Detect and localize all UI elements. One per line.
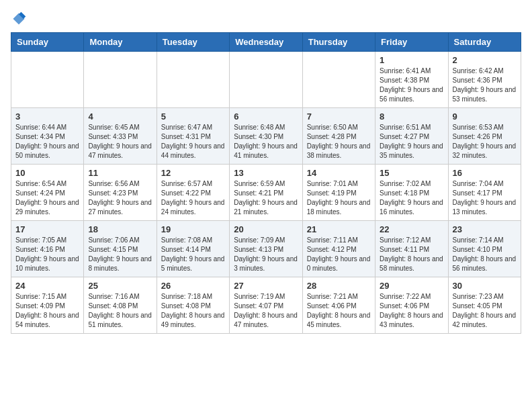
calendar-cell: 12Sunrise: 6:57 AM Sunset: 4:22 PM Dayli… [157,165,229,221]
day-info: Sunrise: 7:22 AM Sunset: 4:06 PM Dayligh… [380,292,443,330]
calendar-cell: 19Sunrise: 7:08 AM Sunset: 4:14 PM Dayli… [157,221,229,277]
day-info: Sunrise: 6:41 AM Sunset: 4:38 PM Dayligh… [380,66,443,104]
calendar-cell: 2Sunrise: 6:42 AM Sunset: 4:36 PM Daylig… [448,52,521,108]
day-info: Sunrise: 6:42 AM Sunset: 4:36 PM Dayligh… [453,66,517,104]
day-number: 2 [453,55,517,65]
day-info: Sunrise: 7:06 AM Sunset: 4:15 PM Dayligh… [88,236,152,273]
calendar-cell: 4Sunrise: 6:45 AM Sunset: 4:33 PM Daylig… [84,108,157,165]
calendar-cell: 23Sunrise: 7:14 AM Sunset: 4:10 PM Dayli… [448,221,521,277]
day-number: 9 [453,111,517,122]
calendar-cell: 20Sunrise: 7:09 AM Sunset: 4:13 PM Dayli… [230,221,302,277]
logo-icon [11,11,27,27]
day-info: Sunrise: 7:16 AM Sunset: 4:08 PM Dayligh… [88,292,152,330]
column-header-monday: Monday [84,33,157,52]
day-info: Sunrise: 6:57 AM Sunset: 4:22 PM Dayligh… [161,179,225,217]
calendar-cell: 10Sunrise: 6:54 AM Sunset: 4:24 PM Dayli… [11,165,84,221]
day-number: 8 [380,111,443,122]
calendar-week-row: 3Sunrise: 6:44 AM Sunset: 4:34 PM Daylig… [11,108,521,165]
day-number: 21 [307,224,371,234]
day-info: Sunrise: 6:44 AM Sunset: 4:34 PM Dayligh… [15,123,79,161]
day-number: 23 [453,224,517,234]
day-info: Sunrise: 7:12 AM Sunset: 4:11 PM Dayligh… [380,236,443,273]
calendar-cell: 21Sunrise: 7:11 AM Sunset: 4:12 PM Dayli… [302,221,375,277]
calendar-cell [11,52,84,108]
day-number: 7 [307,111,371,122]
calendar-week-row: 24Sunrise: 7:15 AM Sunset: 4:09 PM Dayli… [11,277,521,334]
logo [11,11,30,27]
day-info: Sunrise: 6:56 AM Sunset: 4:23 PM Dayligh… [88,179,152,217]
day-info: Sunrise: 7:18 AM Sunset: 4:08 PM Dayligh… [161,292,225,330]
day-info: Sunrise: 7:15 AM Sunset: 4:09 PM Dayligh… [15,292,79,330]
day-number: 10 [15,168,79,178]
calendar-cell: 13Sunrise: 6:59 AM Sunset: 4:21 PM Dayli… [230,165,302,221]
calendar-cell: 15Sunrise: 7:02 AM Sunset: 4:18 PM Dayli… [375,165,448,221]
day-info: Sunrise: 7:21 AM Sunset: 4:06 PM Dayligh… [307,292,371,330]
calendar-cell [230,52,302,108]
day-number: 4 [88,111,152,122]
day-info: Sunrise: 6:45 AM Sunset: 4:33 PM Dayligh… [88,123,152,161]
calendar-cell: 1Sunrise: 6:41 AM Sunset: 4:38 PM Daylig… [375,52,448,108]
calendar-cell: 14Sunrise: 7:01 AM Sunset: 4:19 PM Dayli… [302,165,375,221]
day-number: 27 [234,281,298,291]
day-info: Sunrise: 6:53 AM Sunset: 4:26 PM Dayligh… [453,123,517,161]
day-info: Sunrise: 6:47 AM Sunset: 4:31 PM Dayligh… [161,123,225,161]
day-number: 29 [380,281,443,291]
day-info: Sunrise: 7:02 AM Sunset: 4:18 PM Dayligh… [380,179,443,217]
day-info: Sunrise: 7:11 AM Sunset: 4:12 PM Dayligh… [307,236,371,273]
calendar-cell [157,52,229,108]
calendar-cell: 22Sunrise: 7:12 AM Sunset: 4:11 PM Dayli… [375,221,448,277]
day-number: 18 [88,224,152,234]
day-number: 6 [234,111,298,122]
calendar-week-row: 17Sunrise: 7:05 AM Sunset: 4:16 PM Dayli… [11,221,521,277]
column-header-sunday: Sunday [11,33,84,52]
calendar-cell [84,52,157,108]
calendar-week-row: 10Sunrise: 6:54 AM Sunset: 4:24 PM Dayli… [11,165,521,221]
day-number: 3 [15,111,79,122]
calendar-cell: 28Sunrise: 7:21 AM Sunset: 4:06 PM Dayli… [302,277,375,334]
column-header-wednesday: Wednesday [230,33,302,52]
day-number: 1 [380,55,443,65]
day-number: 22 [380,224,443,234]
day-number: 11 [88,168,152,178]
calendar-cell: 24Sunrise: 7:15 AM Sunset: 4:09 PM Dayli… [11,277,84,334]
day-info: Sunrise: 7:05 AM Sunset: 4:16 PM Dayligh… [15,236,79,273]
calendar-header-row: SundayMondayTuesdayWednesdayThursdayFrid… [11,33,521,52]
calendar-cell: 26Sunrise: 7:18 AM Sunset: 4:08 PM Dayli… [157,277,229,334]
calendar-cell: 8Sunrise: 6:51 AM Sunset: 4:27 PM Daylig… [375,108,448,165]
day-number: 12 [161,168,225,178]
day-number: 19 [161,224,225,234]
calendar-cell [302,52,375,108]
day-info: Sunrise: 7:14 AM Sunset: 4:10 PM Dayligh… [453,236,517,273]
calendar-cell: 3Sunrise: 6:44 AM Sunset: 4:34 PM Daylig… [11,108,84,165]
calendar-cell: 16Sunrise: 7:04 AM Sunset: 4:17 PM Dayli… [448,165,521,221]
calendar-table: SundayMondayTuesdayWednesdayThursdayFrid… [11,32,521,334]
day-info: Sunrise: 7:08 AM Sunset: 4:14 PM Dayligh… [161,236,225,273]
day-info: Sunrise: 6:50 AM Sunset: 4:28 PM Dayligh… [307,123,371,161]
day-info: Sunrise: 6:54 AM Sunset: 4:24 PM Dayligh… [15,179,79,217]
calendar-cell: 30Sunrise: 7:23 AM Sunset: 4:05 PM Dayli… [448,277,521,334]
day-info: Sunrise: 6:51 AM Sunset: 4:27 PM Dayligh… [380,123,443,161]
calendar-cell: 29Sunrise: 7:22 AM Sunset: 4:06 PM Dayli… [375,277,448,334]
day-number: 26 [161,281,225,291]
column-header-thursday: Thursday [302,33,375,52]
day-number: 17 [15,224,79,234]
column-header-tuesday: Tuesday [157,33,229,52]
day-number: 20 [234,224,298,234]
calendar-cell: 11Sunrise: 6:56 AM Sunset: 4:23 PM Dayli… [84,165,157,221]
calendar-cell: 7Sunrise: 6:50 AM Sunset: 4:28 PM Daylig… [302,108,375,165]
column-header-friday: Friday [375,33,448,52]
day-number: 15 [380,168,443,178]
day-info: Sunrise: 7:04 AM Sunset: 4:17 PM Dayligh… [453,179,517,217]
day-info: Sunrise: 7:23 AM Sunset: 4:05 PM Dayligh… [453,292,517,330]
calendar-cell: 5Sunrise: 6:47 AM Sunset: 4:31 PM Daylig… [157,108,229,165]
day-number: 30 [453,281,517,291]
day-info: Sunrise: 6:59 AM Sunset: 4:21 PM Dayligh… [234,179,298,217]
day-info: Sunrise: 7:09 AM Sunset: 4:13 PM Dayligh… [234,236,298,273]
calendar-cell: 25Sunrise: 7:16 AM Sunset: 4:08 PM Dayli… [84,277,157,334]
day-info: Sunrise: 6:48 AM Sunset: 4:30 PM Dayligh… [234,123,298,161]
column-header-saturday: Saturday [448,33,521,52]
day-number: 28 [307,281,371,291]
page-header [11,11,521,27]
calendar-cell: 9Sunrise: 6:53 AM Sunset: 4:26 PM Daylig… [448,108,521,165]
day-number: 24 [15,281,79,291]
